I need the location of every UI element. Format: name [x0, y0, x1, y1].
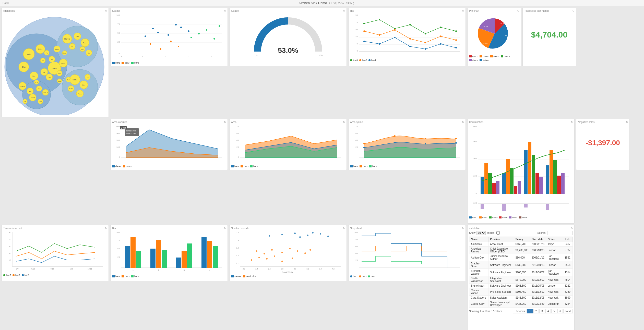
- total-sales-title: Total sales last month ↻: [524, 9, 574, 12]
- back-button[interactable]: Back: [3, 2, 9, 5]
- entries-checkbox[interactable]: [496, 231, 500, 235]
- svg-text:Sepal.Width: Sepal.Width: [282, 271, 293, 273]
- svg-point-96: [188, 30, 189, 32]
- line-title: line ↻: [350, 9, 464, 12]
- col-extn[interactable]: Extn.: [563, 237, 573, 242]
- scatter-override-legend: setosa versicolor: [231, 275, 345, 278]
- svg-point-283: [309, 249, 311, 251]
- svg-rect-247: [213, 246, 218, 268]
- page-title: Kitchen Sink Demo ( Edit | View JSON ): [11, 1, 641, 5]
- svg-rect-198: [496, 181, 499, 194]
- col-office[interactable]: Office: [546, 237, 563, 242]
- page-2-btn[interactable]: 2: [533, 309, 539, 313]
- scatter-refresh[interactable]: ↻: [224, 9, 226, 12]
- svg-point-280: [289, 248, 291, 249]
- col-start-date[interactable]: Start date: [530, 237, 546, 242]
- line-refresh[interactable]: ↻: [462, 9, 464, 12]
- page-6-btn[interactable]: 6: [557, 309, 563, 313]
- timeseries-refresh[interactable]: ↻: [105, 227, 107, 230]
- svg-text:0: 0: [119, 156, 120, 158]
- svg-point-127: [455, 30, 457, 32]
- table-row: Caesar VancePre-Sales Support$106,450201…: [469, 288, 573, 296]
- gauge-refresh[interactable]: ↻: [343, 9, 345, 12]
- col-position[interactable]: Position: [488, 237, 514, 242]
- svg-rect-213: [561, 173, 565, 194]
- svg-point-104: [213, 38, 215, 40]
- svg-point-105: [219, 25, 220, 27]
- area-spline-refresh[interactable]: ↻: [462, 121, 464, 124]
- svg-point-121: [363, 23, 365, 24]
- svg-point-135: [363, 41, 365, 42]
- area-spline-card: Area spline ↻ 110 80 60 20: [348, 119, 466, 170]
- svg-text:4: 4: [209, 269, 210, 271]
- col-name[interactable]: Name: [469, 237, 488, 242]
- circlepack-refresh[interactable]: ↻: [105, 9, 107, 12]
- timeseries-title: Timeseries chart ↻: [3, 227, 107, 230]
- svg-text:100: 100: [116, 146, 120, 148]
- svg-rect-244: [187, 243, 192, 268]
- negative-sales-refresh[interactable]: ↻: [626, 121, 628, 124]
- col-salary[interactable]: Salary: [514, 237, 530, 242]
- dt-search-input[interactable]: [547, 231, 573, 235]
- svg-text:Nav: Nav: [58, 73, 61, 74]
- top-bar: Back Kitchen Sink Demo ( Edit | View JSO…: [0, 0, 644, 6]
- svg-point-99: [170, 41, 172, 42]
- area-override-refresh[interactable]: ↻: [224, 121, 226, 124]
- svg-text:90: 90: [355, 14, 358, 16]
- svg-point-178: [363, 143, 365, 144]
- entries-select[interactable]: 102550: [476, 231, 486, 235]
- svg-point-275: [299, 236, 301, 238]
- svg-text:Clus: Clus: [48, 77, 51, 78]
- step-refresh[interactable]: ↻: [462, 227, 464, 230]
- page-4-btn[interactable]: 4: [545, 309, 551, 313]
- svg-rect-210: [550, 150, 553, 194]
- negative-sales-card: Negative sales ↻ -$1,397.00: [576, 119, 630, 170]
- edit-link[interactable]: ( Edit | View JSON ): [329, 2, 354, 5]
- svg-text:10/11: 10/11: [88, 268, 92, 270]
- gauge-svg: 53.0% 0 100: [252, 16, 324, 57]
- svg-text:2.6: 2.6: [268, 268, 271, 270]
- svg-text:4.2: 4.2: [332, 268, 335, 270]
- svg-text:Tremc: Tremc: [83, 42, 87, 44]
- svg-point-128: [363, 30, 365, 32]
- pie-svg: 10.8% 37.7% 19.5% 26.4%: [469, 13, 520, 54]
- timeseries-legend: line3 line2 line1: [3, 274, 107, 276]
- svg-text:10: 10: [9, 259, 11, 261]
- page-prev-btn[interactable]: Previous: [513, 309, 527, 313]
- svg-text:2.8: 2.8: [281, 268, 283, 270]
- bar-refresh[interactable]: ↻: [224, 227, 226, 230]
- page-5-btn[interactable]: 5: [551, 309, 557, 313]
- total-sales-value: $4,704.00: [524, 25, 574, 45]
- page-next-btn[interactable]: Next: [563, 309, 573, 313]
- svg-point-179: [394, 135, 396, 137]
- scatter-svg: 100 75 50 25 0 -1 0 1 2 3: [112, 13, 224, 60]
- pie-refresh[interactable]: ↻: [517, 9, 519, 12]
- svg-point-130: [394, 29, 396, 31]
- page-3-btn[interactable]: 3: [539, 309, 545, 313]
- circlepack-title: circlepack ↻: [3, 9, 107, 12]
- svg-text:50: 50: [117, 248, 120, 250]
- page-1-btn[interactable]: 1: [527, 309, 533, 313]
- combination-title: Combination ↻: [469, 121, 573, 124]
- scatter-override-refresh[interactable]: ↻: [343, 227, 345, 230]
- svg-text:90: 90: [9, 231, 11, 234]
- svg-text:-100: -100: [473, 202, 477, 204]
- svg-point-94: [175, 24, 177, 26]
- svg-text:Dot: Dot: [81, 48, 84, 50]
- combination-refresh[interactable]: ↻: [571, 121, 573, 124]
- svg-point-176: [425, 143, 426, 144]
- table-body: Airi SatouAccountant$162,7002008/11/28To…: [469, 242, 573, 308]
- negative-sales-title: Negative sales ↻: [578, 121, 628, 124]
- area-refresh[interactable]: ↻: [343, 121, 345, 124]
- datatable-title: datatable ↻: [469, 227, 573, 230]
- table-row: Cedric KellySenior Javascript Developer$…: [469, 300, 573, 308]
- svg-point-90: [145, 35, 146, 37]
- svg-point-272: [320, 233, 321, 235]
- svg-rect-200: [506, 159, 510, 194]
- svg-text:2.4: 2.4: [255, 268, 258, 270]
- svg-point-282: [304, 252, 306, 254]
- datatable-refresh[interactable]: ↻: [571, 227, 573, 230]
- svg-text:0: 0: [238, 156, 239, 158]
- area-card: Area ↻ 110 80 60 20 0 bar1 bar3: [229, 119, 347, 170]
- total-sales-refresh[interactable]: ↻: [572, 9, 574, 12]
